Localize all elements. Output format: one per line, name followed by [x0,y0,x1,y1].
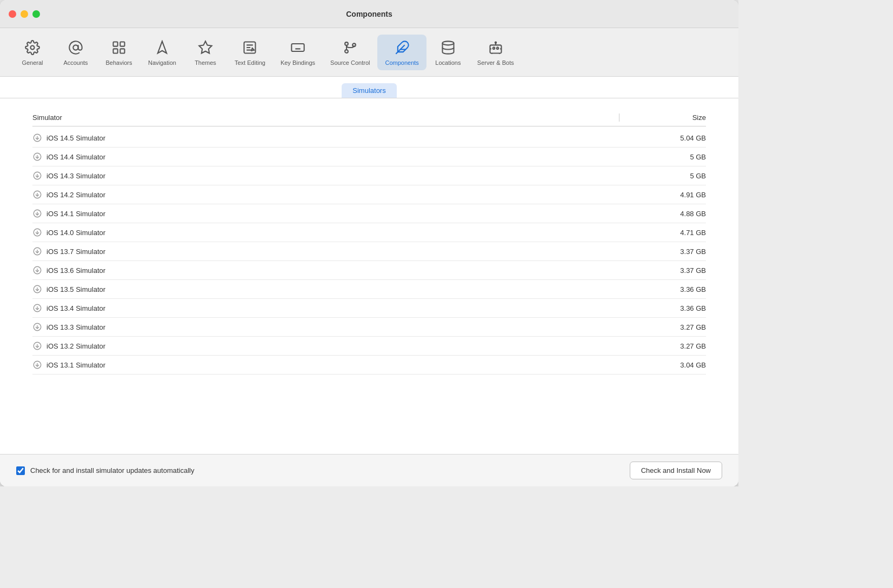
row-size-0: 5.04 GB [630,134,706,142]
table-row[interactable]: iOS 13.6 Simulator 3.37 GB [32,261,706,280]
row-size-10: 3.27 GB [630,323,706,331]
close-button[interactable] [9,10,16,18]
table-area[interactable]: Simulator Size iOS 14.5 Simulator 5.04 G… [0,98,738,454]
row-name-12: iOS 13.1 Simulator [32,360,630,370]
download-icon [32,171,42,181]
row-name-5: iOS 14.0 Simulator [32,228,630,237]
auto-update-checkbox[interactable] [16,466,25,475]
row-name-8: iOS 13.5 Simulator [32,284,630,294]
toolbar-item-navigation[interactable]: Navigation [141,35,184,70]
svg-point-17 [497,47,499,49]
table-rows: iOS 14.5 Simulator 5.04 GB iOS 14.4 Simu… [32,129,706,375]
table-row[interactable]: iOS 14.4 Simulator 5 GB [32,148,706,166]
tab-bar: Simulators [0,77,738,98]
row-name-9: iOS 13.4 Simulator [32,303,630,313]
table-row[interactable]: iOS 14.3 Simulator 5 GB [32,166,706,185]
row-size-8: 3.36 GB [630,285,706,293]
title-bar: Components [0,0,738,28]
row-size-4: 4.88 GB [630,210,706,218]
table-row[interactable]: iOS 13.5 Simulator 3.36 GB [32,280,706,299]
download-icon [32,322,42,332]
row-name-1: iOS 14.4 Simulator [32,152,630,162]
toolbar-item-themes[interactable]: Themes [184,35,227,70]
toolbar-item-text-editing[interactable]: Text Editing [227,35,273,70]
column-header-name: Simulator [32,113,608,122]
robot-icon [487,39,504,56]
behaviors-icon [110,39,128,56]
svg-point-16 [493,47,495,49]
table-row[interactable]: iOS 13.3 Simulator 3.27 GB [32,318,706,337]
themes-label: Themes [195,59,216,66]
server-bots-label: Server & Bots [477,59,514,66]
row-size-6: 3.37 GB [630,248,706,256]
accounts-label: Accounts [63,59,88,66]
general-label: General [22,59,43,66]
row-name-11: iOS 13.2 Simulator [32,341,630,351]
content-area: Simulators Simulator Size iOS 14.5 Simul… [0,77,738,486]
navigation-icon [154,39,171,56]
row-size-2: 5 GB [630,172,706,180]
table-row[interactable]: iOS 13.2 Simulator 3.27 GB [32,337,706,356]
download-icon [32,133,42,143]
check-install-button[interactable]: Check and Install Now [630,462,722,479]
main-window: Components General Accounts [0,0,738,486]
cylinder-icon [439,39,457,56]
toolbar-item-locations[interactable]: Locations [426,35,470,70]
table-row[interactable]: iOS 13.7 Simulator 3.37 GB [32,242,706,261]
table-header: Simulator Size [32,109,706,126]
column-divider [619,113,619,122]
locations-label: Locations [435,59,461,66]
svg-point-18 [495,42,496,43]
branch-icon [342,39,359,56]
row-size-3: 4.91 GB [630,191,706,199]
svg-point-0 [31,45,35,49]
download-icon [32,303,42,313]
toolbar-item-general[interactable]: General [11,35,54,70]
table-row[interactable]: iOS 14.0 Simulator 4.71 GB [32,223,706,242]
table-row[interactable]: iOS 14.2 Simulator 4.91 GB [32,185,706,204]
svg-rect-5 [120,49,124,53]
window-controls [9,10,40,18]
row-name-0: iOS 14.5 Simulator [32,133,630,143]
svg-rect-8 [291,44,304,51]
toolbar-item-behaviors[interactable]: Behaviors [97,35,141,70]
download-icon [32,341,42,351]
svg-rect-2 [114,42,118,46]
minimize-button[interactable] [21,10,28,18]
svg-marker-6 [158,41,166,53]
maximize-button[interactable] [32,10,40,18]
table-row[interactable]: iOS 14.5 Simulator 5.04 GB [32,129,706,148]
toolbar-item-server-bots[interactable]: Server & Bots [470,35,522,70]
themes-icon [197,39,214,56]
bottom-bar: Check for and install simulator updates … [0,454,738,486]
toolbar-item-components[interactable]: Components [377,35,426,70]
row-size-12: 3.04 GB [630,361,706,369]
download-icon [32,265,42,275]
table-row[interactable]: iOS 14.1 Simulator 4.88 GB [32,204,706,223]
navigation-label: Navigation [148,59,176,66]
row-name-2: iOS 14.3 Simulator [32,171,630,181]
key-bindings-label: Key Bindings [281,59,315,66]
row-size-11: 3.27 GB [630,342,706,350]
download-icon [32,246,42,256]
text-editing-label: Text Editing [235,59,265,66]
row-size-7: 3.37 GB [630,266,706,275]
puzzle-icon [394,39,411,56]
checkbox-row: Check for and install simulator updates … [16,466,623,475]
toolbar-item-key-bindings[interactable]: Key Bindings [273,35,323,70]
table-row[interactable]: iOS 13.4 Simulator 3.36 GB [32,299,706,318]
text-edit-icon [241,39,258,56]
table-row[interactable]: iOS 13.1 Simulator 3.04 GB [32,356,706,375]
svg-rect-4 [114,49,118,53]
row-size-9: 3.36 GB [630,304,706,312]
row-name-6: iOS 13.7 Simulator [32,246,630,256]
download-icon [32,209,42,218]
column-header-size: Size [630,113,706,122]
toolbar-item-accounts[interactable]: Accounts [54,35,97,70]
download-icon [32,360,42,370]
toolbar-item-source-control[interactable]: Source Control [323,35,377,70]
svg-point-10 [345,50,348,53]
tab-simulators[interactable]: Simulators [342,83,396,98]
toolbar: General Accounts Behaviors [0,28,738,77]
download-icon [32,190,42,199]
